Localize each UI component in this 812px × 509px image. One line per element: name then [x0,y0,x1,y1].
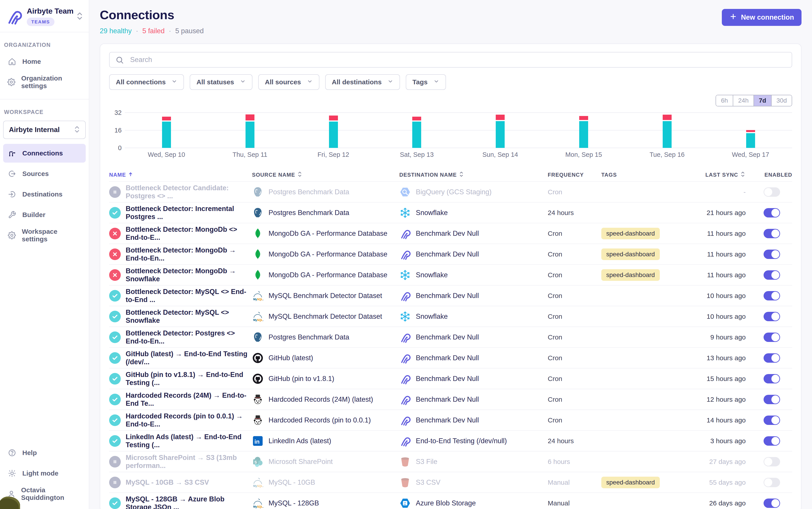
enabled-toggle[interactable] [764,374,780,383]
enabled-toggle[interactable] [764,249,780,259]
azureblob-icon: 1001 [399,498,411,509]
search-icon [116,56,124,65]
last-sync-value: 55 days ago [700,479,750,486]
sidebar-item-organization-settings[interactable]: Organization settings [3,73,86,92]
table-row[interactable]: Bottleneck Detector: MySQL <> SnowflakeM… [109,306,792,327]
table-row[interactable]: MySQL - 128GB → Azure Blob Storage JSOn … [109,493,792,509]
snowflake-icon [399,207,411,218]
sidebar-item-workspace-settings[interactable]: Workspace settings [3,226,86,245]
healthy-status-icon [109,498,121,509]
column-header-last-sync[interactable]: LAST SYNC [700,171,750,179]
enabled-toggle[interactable] [764,499,780,508]
sidebar-item-light-mode[interactable]: Light mode [3,464,86,483]
sort-asc-icon [128,171,133,178]
table-row[interactable]: LinkedIn Ads (latest) → End-to-End Testi… [109,430,792,451]
table-row[interactable]: GitHub (pin to v1.8.1) → End-to-End Test… [109,368,792,389]
connection-name: GitHub (pin to v1.8.1) → End-to-End Test… [126,371,252,387]
last-sync-value: 3 hours ago [700,437,750,445]
source-name: MySQL - 128GB [268,499,319,507]
source-name: MongoDb GA - Performance Database [268,230,387,238]
enabled-toggle[interactable] [764,395,780,404]
enabled-toggle[interactable] [764,436,780,446]
enabled-toggle[interactable] [764,415,780,425]
sidebar-item-destinations[interactable]: Destinations [3,185,86,204]
connection-name: GitHub (latest) → End-to-End Testing (/d… [126,350,252,366]
x-tick-label: Mon, Sep 15 [565,151,602,158]
table-row[interactable]: Hardcoded Records (pin to 0.0.1) → End-t… [109,409,792,430]
table-row[interactable]: Bottleneck Detector: Postgres <> End-to-… [109,327,792,347]
table-row[interactable]: Bottleneck Detector Candidate: Postgres … [109,181,792,202]
time-range-24h[interactable]: 24h [733,95,753,106]
search-input[interactable] [109,52,792,68]
column-header-destination[interactable]: DESTINATION NAME [399,171,548,179]
bar-failed [246,114,255,120]
chevron-updown-icon [74,125,80,135]
sidebar-item-sources[interactable]: Sources [3,164,86,183]
last-sync-value: - [700,188,750,196]
airbyte-icon [399,290,411,302]
table-row[interactable]: Hardcoded Records (24M) → End-to-End Te.… [109,389,792,409]
sync-history-chart: 6h24h7d30d 01632 Wed, Sep 10Thu, Sep 11F… [109,95,792,163]
bar-succeeded [746,133,755,148]
paused-count: 5 paused [175,27,204,35]
table-row[interactable]: Bottleneck Detector: MongoDb → End-to-En… [109,244,792,264]
column-header-name[interactable]: NAME [109,171,252,178]
source-name: MySQL - 10GB [268,478,315,486]
destination-name: Benchmark Dev Null [416,416,479,424]
new-connection-button[interactable]: New connection [722,9,802,26]
time-range-30d[interactable]: 30d [771,95,792,106]
enabled-toggle[interactable] [764,457,780,466]
enabled-toggle[interactable] [764,333,780,342]
sidebar-item-home[interactable]: Home [3,52,86,71]
sidebar-item-connections[interactable]: Connections [3,144,86,163]
enabled-toggle[interactable] [764,312,780,321]
page-title: Connections [100,8,204,22]
team-switcher[interactable]: Airbyte Team TEAMS [0,0,89,32]
enabled-toggle[interactable] [764,478,780,487]
enabled-toggle[interactable] [764,291,780,300]
table-row[interactable]: Microsoft SharePoint → S3 (13mb performa… [109,451,792,472]
time-range-6h[interactable]: 6h [716,95,733,106]
enabled-toggle[interactable] [764,208,780,217]
table-row[interactable]: GitHub (latest) → End-to-End Testing (/d… [109,347,792,368]
table-row[interactable]: Bottleneck Detector: MongoDb → Snowflake… [109,264,792,285]
connection-name: Bottleneck Detector Candidate: Postgres … [126,184,252,200]
chevron-updown-icon [76,11,84,22]
source-name: MySQL Benchmark Detector Dataset [268,292,382,300]
help-icon [7,449,17,457]
sharepoint-icon: S [252,456,264,468]
enabled-toggle[interactable] [764,188,780,197]
sidebar-item-label: Organization settings [21,74,82,90]
column-header-label: DESTINATION NAME [399,172,457,178]
last-sync-value: 26 days ago [700,500,750,507]
mysql-icon: MySQL. [252,290,264,302]
app-root: Airbyte Team TEAMS ORGANIZATION HomeOrga… [0,0,812,509]
healthy-status-icon [109,207,121,218]
filter-all-sources[interactable]: All sources [258,74,319,90]
filter-tags[interactable]: Tags [406,74,446,90]
table-row[interactable]: Bottleneck Detector: MySQL <> End-to-End… [109,285,792,306]
table-row[interactable]: Bottleneck Detector: Incremental Postgre… [109,202,792,223]
toggle-knob [771,375,779,383]
time-range-7d[interactable]: 7d [753,95,771,106]
search-box [109,52,792,68]
source-name: Microsoft SharePoint [268,458,333,466]
column-header-source[interactable]: SOURCE NAME [252,171,399,179]
filter-all-connections[interactable]: All connections [109,74,184,90]
toggle-knob [771,333,779,341]
table-row[interactable]: MySQL - 10GB → S3 CSVMySQL.MySQL - 10GBS… [109,472,792,493]
filter-all-destinations[interactable]: All destinations [325,74,400,90]
workspace-selector[interactable]: Airbyte Internal [3,121,86,139]
enabled-toggle[interactable] [764,270,780,280]
bar-failed [579,116,588,120]
table-row[interactable]: Bottleneck Detector: MongoDb <> End-to-E… [109,223,792,244]
connection-name: Bottleneck Detector: Incremental Postgre… [126,205,252,221]
plus-icon [729,13,737,22]
filter-all-statuses[interactable]: All statuses [190,74,252,90]
enabled-toggle[interactable] [764,353,780,363]
sidebar-item-builder[interactable]: Builder [3,205,86,224]
enabled-toggle[interactable] [764,229,780,238]
sidebar-item-label: Light mode [22,470,59,477]
column-header-tags: TAGS [601,172,700,178]
sidebar-item-help[interactable]: Help [3,443,86,462]
